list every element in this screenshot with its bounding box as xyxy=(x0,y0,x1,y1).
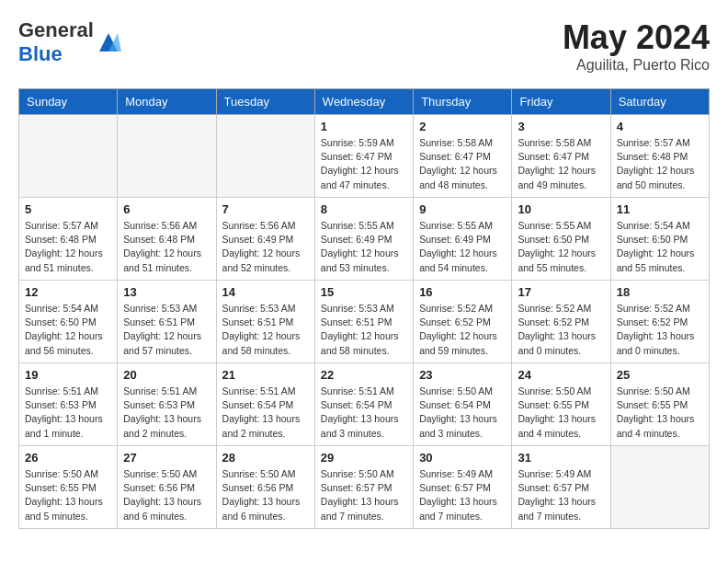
title-block: May 2024 Aguilita, Puerto Rico xyxy=(563,18,710,74)
day-number: 14 xyxy=(222,285,309,299)
day-number: 19 xyxy=(25,368,111,382)
day-info: Sunrise: 5:52 AMSunset: 6:52 PMDaylight:… xyxy=(617,302,703,358)
calendar-cell: 12Sunrise: 5:54 AMSunset: 6:50 PMDayligh… xyxy=(19,281,118,363)
calendar-cell: 1Sunrise: 5:59 AMSunset: 6:47 PMDaylight… xyxy=(314,115,413,198)
day-number: 13 xyxy=(123,285,210,299)
day-info: Sunrise: 5:54 AMSunset: 6:50 PMDaylight:… xyxy=(617,219,703,275)
calendar-cell: 9Sunrise: 5:55 AMSunset: 6:49 PMDaylight… xyxy=(414,198,512,281)
calendar-cell: 10Sunrise: 5:55 AMSunset: 6:50 PMDayligh… xyxy=(512,198,610,281)
day-number: 17 xyxy=(518,285,604,299)
day-number: 20 xyxy=(123,368,210,382)
day-info: Sunrise: 5:50 AMSunset: 6:55 PMDaylight:… xyxy=(617,385,703,441)
calendar-cell: 15Sunrise: 5:53 AMSunset: 6:51 PMDayligh… xyxy=(314,281,413,363)
weekday-header-monday: Monday xyxy=(118,89,216,115)
location-subtitle: Aguilita, Puerto Rico xyxy=(563,57,710,74)
day-info: Sunrise: 5:58 AMSunset: 6:47 PMDaylight:… xyxy=(518,136,604,192)
logo-icon xyxy=(96,29,121,55)
month-year-title: May 2024 xyxy=(563,18,710,57)
calendar-cell: 19Sunrise: 5:51 AMSunset: 6:53 PMDayligh… xyxy=(19,363,118,446)
day-number: 29 xyxy=(321,451,407,465)
day-info: Sunrise: 5:51 AMSunset: 6:53 PMDaylight:… xyxy=(123,385,210,441)
day-info: Sunrise: 5:55 AMSunset: 6:49 PMDaylight:… xyxy=(321,219,407,275)
day-info: Sunrise: 5:53 AMSunset: 6:51 PMDaylight:… xyxy=(321,302,407,358)
week-row-3: 12Sunrise: 5:54 AMSunset: 6:50 PMDayligh… xyxy=(19,281,710,363)
calendar-cell: 20Sunrise: 5:51 AMSunset: 6:53 PMDayligh… xyxy=(118,363,216,446)
day-number: 10 xyxy=(518,202,604,216)
day-info: Sunrise: 5:50 AMSunset: 6:56 PMDaylight:… xyxy=(222,467,309,523)
day-number: 6 xyxy=(123,202,210,216)
day-number: 25 xyxy=(617,368,703,382)
day-number: 28 xyxy=(222,451,309,465)
day-info: Sunrise: 5:51 AMSunset: 6:53 PMDaylight:… xyxy=(25,385,111,441)
day-number: 4 xyxy=(617,120,703,133)
calendar-cell: 6Sunrise: 5:56 AMSunset: 6:48 PMDaylight… xyxy=(118,198,216,281)
day-number: 9 xyxy=(419,202,506,216)
day-number: 1 xyxy=(321,120,407,133)
weekday-header-tuesday: Tuesday xyxy=(216,89,314,115)
calendar-cell: 31Sunrise: 5:49 AMSunset: 6:57 PMDayligh… xyxy=(512,446,610,529)
logo-text: General Blue xyxy=(18,18,94,66)
day-info: Sunrise: 5:50 AMSunset: 6:57 PMDaylight:… xyxy=(321,467,407,523)
calendar-cell: 25Sunrise: 5:50 AMSunset: 6:55 PMDayligh… xyxy=(610,363,709,446)
weekday-header-saturday: Saturday xyxy=(610,89,709,115)
logo-blue: Blue xyxy=(18,42,63,65)
day-info: Sunrise: 5:57 AMSunset: 6:48 PMDaylight:… xyxy=(25,219,111,275)
week-row-5: 26Sunrise: 5:50 AMSunset: 6:55 PMDayligh… xyxy=(19,446,710,529)
calendar-cell: 23Sunrise: 5:50 AMSunset: 6:54 PMDayligh… xyxy=(414,363,512,446)
day-number: 21 xyxy=(222,368,309,382)
weekday-header-row: SundayMondayTuesdayWednesdayThursdayFrid… xyxy=(19,89,710,115)
day-number: 30 xyxy=(419,451,506,465)
calendar-cell: 3Sunrise: 5:58 AMSunset: 6:47 PMDaylight… xyxy=(512,115,610,198)
page-header: General Blue May 2024 Aguilita, Puerto R… xyxy=(18,18,710,74)
logo-general: General xyxy=(18,18,94,41)
weekday-header-sunday: Sunday xyxy=(19,89,118,115)
day-info: Sunrise: 5:50 AMSunset: 6:54 PMDaylight:… xyxy=(419,385,506,441)
calendar-cell: 30Sunrise: 5:49 AMSunset: 6:57 PMDayligh… xyxy=(414,446,512,529)
calendar-cell: 18Sunrise: 5:52 AMSunset: 6:52 PMDayligh… xyxy=(610,281,709,363)
day-info: Sunrise: 5:53 AMSunset: 6:51 PMDaylight:… xyxy=(123,302,210,358)
day-info: Sunrise: 5:53 AMSunset: 6:51 PMDaylight:… xyxy=(222,302,309,358)
day-info: Sunrise: 5:52 AMSunset: 6:52 PMDaylight:… xyxy=(419,302,506,358)
weekday-header-thursday: Thursday xyxy=(414,89,512,115)
day-info: Sunrise: 5:59 AMSunset: 6:47 PMDaylight:… xyxy=(321,136,407,192)
day-info: Sunrise: 5:51 AMSunset: 6:54 PMDaylight:… xyxy=(222,385,309,441)
day-number: 2 xyxy=(419,120,506,133)
day-info: Sunrise: 5:49 AMSunset: 6:57 PMDaylight:… xyxy=(518,467,604,523)
calendar-cell: 21Sunrise: 5:51 AMSunset: 6:54 PMDayligh… xyxy=(216,363,314,446)
day-number: 7 xyxy=(222,202,309,216)
weekday-header-friday: Friday xyxy=(512,89,610,115)
calendar-cell: 11Sunrise: 5:54 AMSunset: 6:50 PMDayligh… xyxy=(610,198,709,281)
calendar-cell: 7Sunrise: 5:56 AMSunset: 6:49 PMDaylight… xyxy=(216,198,314,281)
calendar-cell: 24Sunrise: 5:50 AMSunset: 6:55 PMDayligh… xyxy=(512,363,610,446)
day-info: Sunrise: 5:55 AMSunset: 6:50 PMDaylight:… xyxy=(518,219,604,275)
calendar-cell: 8Sunrise: 5:55 AMSunset: 6:49 PMDaylight… xyxy=(314,198,413,281)
calendar-cell: 5Sunrise: 5:57 AMSunset: 6:48 PMDaylight… xyxy=(19,198,118,281)
day-info: Sunrise: 5:56 AMSunset: 6:48 PMDaylight:… xyxy=(123,219,210,275)
logo: General Blue xyxy=(18,18,121,66)
week-row-1: 1Sunrise: 5:59 AMSunset: 6:47 PMDaylight… xyxy=(19,115,710,198)
calendar-cell: 14Sunrise: 5:53 AMSunset: 6:51 PMDayligh… xyxy=(216,281,314,363)
day-number: 12 xyxy=(25,285,111,299)
calendar-cell xyxy=(19,115,118,198)
day-number: 16 xyxy=(419,285,506,299)
day-info: Sunrise: 5:52 AMSunset: 6:52 PMDaylight:… xyxy=(518,302,604,358)
calendar-table: SundayMondayTuesdayWednesdayThursdayFrid… xyxy=(18,88,710,529)
calendar-cell: 4Sunrise: 5:57 AMSunset: 6:48 PMDaylight… xyxy=(610,115,709,198)
day-info: Sunrise: 5:50 AMSunset: 6:55 PMDaylight:… xyxy=(25,467,111,523)
day-number: 26 xyxy=(25,451,111,465)
day-number: 24 xyxy=(518,368,604,382)
calendar-cell: 27Sunrise: 5:50 AMSunset: 6:56 PMDayligh… xyxy=(118,446,216,529)
day-number: 18 xyxy=(617,285,703,299)
day-info: Sunrise: 5:50 AMSunset: 6:56 PMDaylight:… xyxy=(123,467,210,523)
day-info: Sunrise: 5:55 AMSunset: 6:49 PMDaylight:… xyxy=(419,219,506,275)
day-number: 23 xyxy=(419,368,506,382)
day-info: Sunrise: 5:49 AMSunset: 6:57 PMDaylight:… xyxy=(419,467,506,523)
week-row-4: 19Sunrise: 5:51 AMSunset: 6:53 PMDayligh… xyxy=(19,363,710,446)
day-number: 27 xyxy=(123,451,210,465)
calendar-cell xyxy=(216,115,314,198)
day-info: Sunrise: 5:56 AMSunset: 6:49 PMDaylight:… xyxy=(222,219,309,275)
day-number: 31 xyxy=(518,451,604,465)
day-number: 3 xyxy=(518,120,604,133)
weekday-header-wednesday: Wednesday xyxy=(314,89,413,115)
day-number: 8 xyxy=(321,202,407,216)
